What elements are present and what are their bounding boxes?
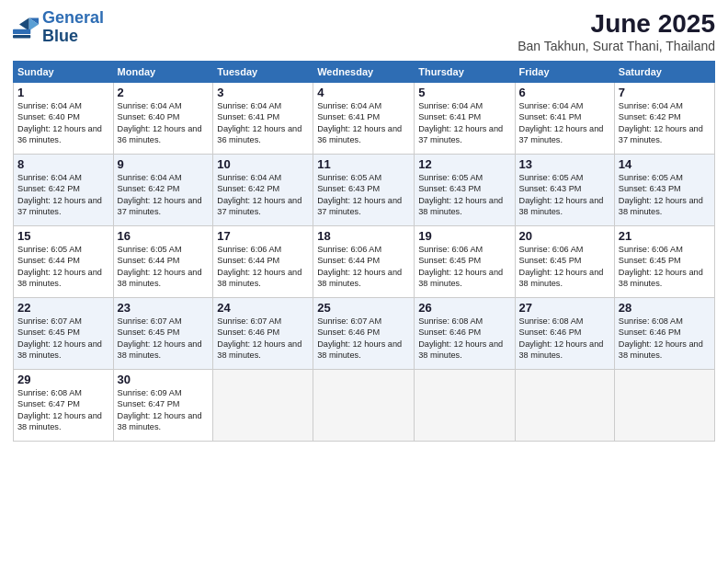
day-number: 16 xyxy=(118,229,210,243)
header-thursday: Thursday xyxy=(415,62,515,83)
table-row: 6Sunrise: 6:04 AMSunset: 6:41 PMDaylight… xyxy=(515,83,614,155)
day-info: Sunrise: 6:04 AMSunset: 6:41 PMDaylight:… xyxy=(519,101,604,144)
day-number: 2 xyxy=(118,86,210,99)
day-info: Sunrise: 6:04 AMSunset: 6:42 PMDaylight:… xyxy=(17,173,102,216)
day-number: 28 xyxy=(619,301,711,315)
title-block: June 2025 Ban Takhun, Surat Thani, Thail… xyxy=(518,9,715,53)
table-row: 28Sunrise: 6:08 AMSunset: 6:46 PMDayligh… xyxy=(614,298,714,370)
table-row: 2Sunrise: 6:04 AMSunset: 6:40 PMDaylight… xyxy=(113,83,213,155)
day-number: 12 xyxy=(418,157,510,171)
table-row: 20Sunrise: 6:06 AMSunset: 6:45 PMDayligh… xyxy=(515,226,614,298)
calendar-week-row: 1Sunrise: 6:04 AMSunset: 6:40 PMDaylight… xyxy=(14,83,715,155)
day-info: Sunrise: 6:06 AMSunset: 6:45 PMDaylight:… xyxy=(519,245,604,288)
day-info: Sunrise: 6:05 AMSunset: 6:43 PMDaylight:… xyxy=(317,173,402,216)
day-number: 9 xyxy=(118,157,210,171)
table-row xyxy=(313,370,415,442)
day-info: Sunrise: 6:08 AMSunset: 6:46 PMDaylight:… xyxy=(619,316,703,360)
day-info: Sunrise: 6:04 AMSunset: 6:40 PMDaylight:… xyxy=(17,101,102,144)
day-info: Sunrise: 6:04 AMSunset: 6:41 PMDaylight:… xyxy=(317,101,402,144)
day-number: 29 xyxy=(17,373,109,386)
day-number: 15 xyxy=(17,229,109,243)
day-number: 5 xyxy=(418,86,510,99)
table-row: 9Sunrise: 6:04 AMSunset: 6:42 PMDaylight… xyxy=(113,155,213,226)
table-row: 22Sunrise: 6:07 AMSunset: 6:45 PMDayligh… xyxy=(14,298,114,370)
day-info: Sunrise: 6:05 AMSunset: 6:43 PMDaylight:… xyxy=(418,173,503,216)
logo: GeneralBlue xyxy=(13,9,104,46)
day-info: Sunrise: 6:06 AMSunset: 6:45 PMDaylight:… xyxy=(619,245,703,288)
table-row xyxy=(614,370,714,442)
calendar-week-row: 29Sunrise: 6:08 AMSunset: 6:47 PMDayligh… xyxy=(14,370,715,442)
day-number: 18 xyxy=(317,229,410,243)
day-number: 26 xyxy=(418,301,510,315)
day-number: 11 xyxy=(317,157,410,171)
table-row: 12Sunrise: 6:05 AMSunset: 6:43 PMDayligh… xyxy=(415,155,515,226)
day-info: Sunrise: 6:05 AMSunset: 6:43 PMDaylight:… xyxy=(619,173,703,216)
header-saturday: Saturday xyxy=(614,62,714,83)
table-row: 8Sunrise: 6:04 AMSunset: 6:42 PMDaylight… xyxy=(14,155,114,226)
calendar-table: Sunday Monday Tuesday Wednesday Thursday… xyxy=(13,61,715,442)
table-row: 4Sunrise: 6:04 AMSunset: 6:41 PMDaylight… xyxy=(313,83,415,155)
page-header: GeneralBlue June 2025 Ban Takhun, Surat … xyxy=(13,9,715,53)
day-number: 19 xyxy=(418,229,510,243)
day-number: 23 xyxy=(118,301,210,315)
calendar-week-row: 22Sunrise: 6:07 AMSunset: 6:45 PMDayligh… xyxy=(14,298,715,370)
calendar-week-row: 8Sunrise: 6:04 AMSunset: 6:42 PMDaylight… xyxy=(14,155,715,226)
header-monday: Monday xyxy=(113,62,213,83)
table-row: 24Sunrise: 6:07 AMSunset: 6:46 PMDayligh… xyxy=(213,298,313,370)
table-row: 25Sunrise: 6:07 AMSunset: 6:46 PMDayligh… xyxy=(313,298,415,370)
day-number: 17 xyxy=(217,229,309,243)
day-number: 10 xyxy=(217,157,309,171)
table-row: 27Sunrise: 6:08 AMSunset: 6:46 PMDayligh… xyxy=(515,298,614,370)
table-row xyxy=(415,370,515,442)
day-info: Sunrise: 6:04 AMSunset: 6:41 PMDaylight:… xyxy=(217,101,301,144)
table-row: 26Sunrise: 6:08 AMSunset: 6:46 PMDayligh… xyxy=(415,298,515,370)
table-row: 10Sunrise: 6:04 AMSunset: 6:42 PMDayligh… xyxy=(213,155,313,226)
day-number: 4 xyxy=(317,86,410,99)
day-number: 7 xyxy=(619,86,711,99)
day-number: 22 xyxy=(17,301,109,315)
day-info: Sunrise: 6:07 AMSunset: 6:45 PMDaylight:… xyxy=(17,316,102,360)
table-row: 16Sunrise: 6:05 AMSunset: 6:44 PMDayligh… xyxy=(113,226,213,298)
header-tuesday: Tuesday xyxy=(213,62,313,83)
location-title: Ban Takhun, Surat Thani, Thailand xyxy=(518,39,715,53)
day-info: Sunrise: 6:08 AMSunset: 6:46 PMDaylight:… xyxy=(519,316,604,360)
table-row: 29Sunrise: 6:08 AMSunset: 6:47 PMDayligh… xyxy=(14,370,114,442)
table-row: 30Sunrise: 6:09 AMSunset: 6:47 PMDayligh… xyxy=(113,370,213,442)
day-info: Sunrise: 6:04 AMSunset: 6:40 PMDaylight:… xyxy=(118,101,202,144)
day-info: Sunrise: 6:09 AMSunset: 6:47 PMDaylight:… xyxy=(118,388,202,431)
day-number: 25 xyxy=(317,301,410,315)
day-info: Sunrise: 6:04 AMSunset: 6:42 PMDaylight:… xyxy=(118,173,202,216)
day-number: 27 xyxy=(519,301,610,315)
table-row: 11Sunrise: 6:05 AMSunset: 6:43 PMDayligh… xyxy=(313,155,415,226)
day-number: 6 xyxy=(519,86,610,99)
calendar-week-row: 15Sunrise: 6:05 AMSunset: 6:44 PMDayligh… xyxy=(14,226,715,298)
day-info: Sunrise: 6:07 AMSunset: 6:45 PMDaylight:… xyxy=(118,316,202,360)
day-number: 20 xyxy=(519,229,610,243)
day-number: 21 xyxy=(619,229,711,243)
day-info: Sunrise: 6:06 AMSunset: 6:44 PMDaylight:… xyxy=(217,245,301,288)
day-info: Sunrise: 6:07 AMSunset: 6:46 PMDaylight:… xyxy=(217,316,301,360)
table-row: 19Sunrise: 6:06 AMSunset: 6:45 PMDayligh… xyxy=(415,226,515,298)
table-row: 13Sunrise: 6:05 AMSunset: 6:43 PMDayligh… xyxy=(515,155,614,226)
day-info: Sunrise: 6:04 AMSunset: 6:42 PMDaylight:… xyxy=(619,101,703,144)
day-number: 1 xyxy=(17,86,109,99)
day-number: 14 xyxy=(619,157,711,171)
table-row: 21Sunrise: 6:06 AMSunset: 6:45 PMDayligh… xyxy=(614,226,714,298)
day-info: Sunrise: 6:05 AMSunset: 6:43 PMDaylight:… xyxy=(519,173,604,216)
day-info: Sunrise: 6:04 AMSunset: 6:41 PMDaylight:… xyxy=(418,101,503,144)
month-title: June 2025 xyxy=(518,9,715,39)
table-row: 18Sunrise: 6:06 AMSunset: 6:44 PMDayligh… xyxy=(313,226,415,298)
day-info: Sunrise: 6:08 AMSunset: 6:47 PMDaylight:… xyxy=(17,388,102,431)
day-info: Sunrise: 6:06 AMSunset: 6:44 PMDaylight:… xyxy=(317,245,402,288)
header-friday: Friday xyxy=(515,62,614,83)
header-sunday: Sunday xyxy=(14,62,114,83)
day-number: 3 xyxy=(217,86,309,99)
day-number: 13 xyxy=(519,157,610,171)
day-info: Sunrise: 6:05 AMSunset: 6:44 PMDaylight:… xyxy=(17,245,102,288)
svg-rect-5 xyxy=(13,35,30,39)
day-info: Sunrise: 6:04 AMSunset: 6:42 PMDaylight:… xyxy=(217,173,301,216)
table-row: 7Sunrise: 6:04 AMSunset: 6:42 PMDaylight… xyxy=(614,83,714,155)
day-number: 24 xyxy=(217,301,309,315)
header-wednesday: Wednesday xyxy=(313,62,415,83)
svg-rect-4 xyxy=(13,29,30,34)
